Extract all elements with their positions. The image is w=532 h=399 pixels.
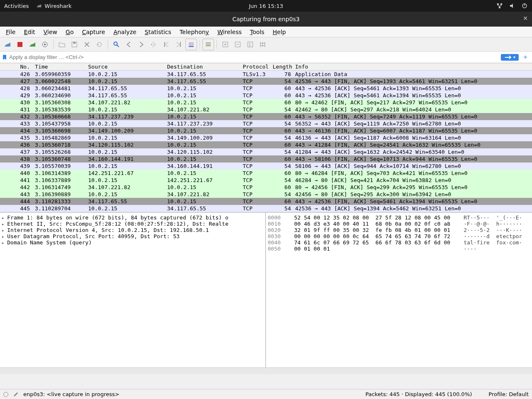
svg-rect-1 [500, 3, 502, 5]
packet-row[interactable]: 4283.06023448134.117.65.5510.0.2.15TCP60… [0, 85, 532, 92]
packet-row[interactable]: 4413.10633788910.0.2.15142.251.221.67TCP… [0, 177, 532, 184]
reload-button[interactable] [94, 39, 105, 50]
col-header-destination[interactable]: Destination [165, 63, 241, 70]
menu-capture[interactable]: Capture [79, 28, 108, 36]
packet-bytes-pane[interactable]: 0000 52 54 00 12 35 02 08 00 27 5f 28 12… [266, 213, 532, 367]
autoscroll-button[interactable] [185, 39, 197, 50]
expert-info-icon[interactable] [3, 392, 8, 397]
menu-edit[interactable]: Edit [20, 28, 38, 36]
first-packet-button[interactable] [160, 39, 172, 50]
capture-status-label: enp0s3: <live capture in progress> [23, 391, 119, 397]
apply-filter-button[interactable]: ▾ [501, 54, 519, 61]
goto-packet-button[interactable] [148, 39, 160, 50]
packet-row[interactable]: 4363.10536071834.120.115.10210.0.2.15TCP… [0, 141, 532, 148]
packet-row[interactable]: 4263.05996035910.0.2.1534.117.65.55TLSv1… [0, 71, 532, 78]
wireshark-icon [36, 3, 42, 9]
bookmark-icon[interactable] [2, 54, 7, 60]
col-header-no[interactable]: No. [0, 63, 33, 70]
menu-help[interactable]: Help [269, 28, 289, 36]
edit-icon[interactable] [12, 391, 19, 398]
tree-item[interactable]: Frame 1: 84 bytes on wire (672 bits), 84… [2, 214, 264, 221]
packet-row[interactable]: 4383.10536074834.160.144.19110.0.2.15TCP… [0, 155, 532, 163]
filter-bar: ▾ ＋ [0, 52, 532, 63]
zoom-out-button[interactable] [232, 39, 244, 50]
col-header-info[interactable]: Info [293, 63, 532, 70]
packet-row[interactable]: 4373.10552626810.0.2.1534.120.115.102TCP… [0, 148, 532, 155]
network-icon[interactable] [496, 2, 503, 9]
zoom-in-button[interactable] [219, 39, 231, 50]
next-packet-button[interactable] [135, 39, 147, 50]
restart-capture-button[interactable] [27, 39, 38, 50]
tree-item[interactable]: Internet Protocol Version 4, Src: 10.0.2… [2, 227, 264, 233]
save-button[interactable] [69, 39, 80, 50]
col-header-length[interactable]: Length [271, 63, 293, 70]
menu-analyze[interactable]: Analyze [110, 28, 140, 36]
col-header-source[interactable]: Source [86, 63, 165, 70]
hex-row[interactable]: 0040 74 61 6c 07 66 69 72 65 66 6f 78 03… [268, 239, 530, 246]
col-header-protocol[interactable]: Protocol [241, 63, 271, 70]
find-button[interactable] [111, 39, 122, 50]
menu-go[interactable]: Go [62, 28, 77, 36]
add-filter-button[interactable]: ＋ [520, 53, 530, 62]
packet-row[interactable]: 4403.106314389142.251.221.6710.0.2.15TCP… [0, 170, 532, 177]
last-packet-button[interactable] [173, 39, 185, 50]
hex-row[interactable]: 0030 00 00 00 00 00 00 0c 64 65 74 65 63… [268, 233, 530, 239]
hex-row[interactable]: 0050 00 01 00 01 ···· [268, 246, 530, 252]
svg-point-10 [114, 42, 117, 45]
app-menu[interactable]: Wireshark [36, 3, 71, 9]
tree-item[interactable]: Ethernet II, Src: PcsCompu_5f:28:12 (08:… [2, 221, 264, 227]
svg-rect-9 [73, 42, 76, 44]
close-button[interactable]: ✕ [523, 15, 528, 22]
menu-wireless[interactable]: Wireless [214, 28, 245, 36]
start-capture-button[interactable] [2, 39, 13, 50]
hex-row[interactable]: 0020 32 01 9f ff 00 35 00 32 fe fb 08 4b… [268, 227, 530, 233]
menu-tools[interactable]: Tools [247, 28, 268, 36]
packet-row[interactable]: 4273.06002254810.0.2.1534.117.65.55TCP54… [0, 78, 532, 85]
prev-packet-button[interactable] [123, 39, 135, 50]
profile-label[interactable]: Profile: Default [489, 391, 529, 397]
packet-row[interactable]: 4293.06023469034.117.65.5510.0.2.15TCP60… [0, 92, 532, 99]
menu-view[interactable]: View [40, 28, 61, 36]
power-icon[interactable] [521, 2, 528, 9]
display-filter-input[interactable] [9, 54, 499, 60]
hex-row[interactable]: 0010 00 46 d3 e3 40 00 40 11 68 0b 0a 00… [268, 221, 530, 227]
clock[interactable]: Jun 16 15:13 [249, 3, 283, 9]
capture-options-button[interactable] [39, 39, 51, 50]
packet-row[interactable]: 4303.10536030834.107.221.8210.0.2.15TCP6… [0, 99, 532, 106]
close-file-button[interactable] [81, 39, 93, 50]
gnome-topbar: Activities Wireshark Jun 16 15:13 [0, 0, 532, 12]
menu-telephony[interactable]: Telephony [176, 28, 212, 36]
svg-rect-0 [497, 3, 499, 5]
packet-row[interactable]: 4353.10548286910.0.2.1534.149.100.209TCP… [0, 134, 532, 141]
packet-row[interactable]: 4443.11028133334.117.65.5510.0.2.15TCP60… [0, 198, 532, 205]
stop-capture-button[interactable] [14, 39, 26, 50]
hex-row[interactable]: 0000 52 54 00 12 35 02 08 00 27 5f 28 12… [268, 214, 530, 221]
packet-row[interactable]: 4423.10631474934.107.221.8210.0.2.15TCP6… [0, 184, 532, 191]
open-button[interactable] [56, 39, 68, 50]
menu-file[interactable]: File [2, 28, 19, 36]
tree-item[interactable]: User Datagram Protocol, Src Port: 40959,… [2, 233, 264, 239]
horizontal-scrollbar[interactable] [0, 367, 532, 374]
packet-list-pane[interactable]: No. Time Source Destination Protocol Len… [0, 63, 532, 213]
menu-statistics[interactable]: Statistics [141, 28, 175, 36]
packet-count-label: Packets: 445 · Displayed: 445 (100.0%) [365, 391, 472, 397]
packet-row[interactable]: 4453.11028970410.0.2.1534.117.65.55TCP54… [0, 205, 532, 212]
activities-button[interactable]: Activities [4, 3, 29, 9]
col-header-time[interactable]: Time [33, 63, 86, 70]
window-title: Capturing from enp0s3 [232, 16, 300, 22]
packet-row[interactable]: 4433.10639088910.0.2.1534.107.221.82TCP5… [0, 191, 532, 198]
tree-item[interactable]: Domain Name System (query) [2, 239, 264, 246]
volume-icon[interactable] [509, 2, 515, 9]
app-name-label: Wireshark [44, 3, 71, 9]
packet-row[interactable]: 4343.10536069834.149.100.20910.0.2.15TCP… [0, 127, 532, 134]
packet-row[interactable]: 4313.10538353910.0.2.1534.107.221.82TCP5… [0, 106, 532, 113]
packet-row[interactable]: 4323.10536066834.117.237.23910.0.2.15TCP… [0, 113, 532, 120]
packet-row[interactable]: 4333.10543795810.0.2.1534.117.237.239TCP… [0, 120, 532, 127]
titlebar: Capturing from enp0s3 ✕ [0, 12, 532, 27]
colorize-button[interactable] [202, 39, 214, 50]
zoom-reset-button[interactable]: 1 [244, 39, 256, 50]
resize-columns-button[interactable] [257, 39, 268, 50]
svg-rect-21 [206, 45, 211, 46]
packet-details-pane[interactable]: Frame 1: 84 bytes on wire (672 bits), 84… [0, 213, 266, 367]
packet-row[interactable]: 4393.10557003910.0.2.1534.160.144.191TCP… [0, 163, 532, 170]
